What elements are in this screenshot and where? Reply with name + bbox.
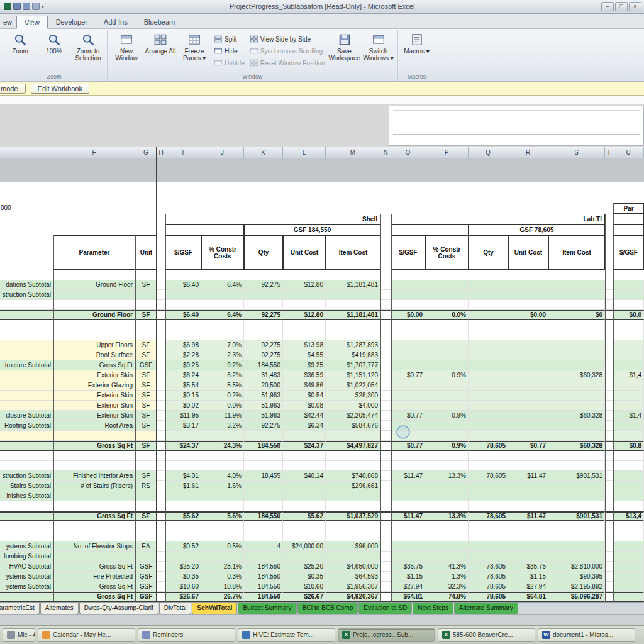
cell[interactable]: $584,676 [326,421,380,431]
header-lab-item-cost[interactable]: Item Cost [548,235,605,270]
cell[interactable] [548,481,605,491]
cell[interactable] [391,340,425,350]
subtotal-label-cell[interactable]: lumbing Subtotal [0,552,53,562]
cell[interactable] [157,411,165,421]
cell[interactable] [605,521,613,531]
cell[interactable]: 6.2% [201,370,244,380]
cell[interactable] [391,401,425,411]
cell[interactable] [605,421,613,431]
cell[interactable]: Upper Floors [53,340,135,350]
cell[interactable] [135,300,157,310]
cell[interactable] [391,290,425,300]
cell[interactable] [613,582,644,592]
cell[interactable] [380,401,391,411]
cell[interactable]: $1,4 [613,370,644,380]
cell[interactable]: $0.0 [613,310,644,320]
cell[interactable] [425,552,469,562]
cell[interactable] [326,501,380,511]
cell[interactable] [605,310,613,320]
cell[interactable] [605,431,613,441]
cell[interactable]: Ground Floor [53,310,135,320]
cell[interactable]: 92,275 [244,280,283,290]
cell[interactable] [380,461,391,471]
cell[interactable]: 11.9% [201,411,244,421]
cell[interactable]: $11.47 [391,511,425,521]
cell[interactable] [508,491,548,501]
cell[interactable] [508,451,548,461]
cell[interactable] [605,501,613,511]
cell[interactable] [326,290,380,300]
cell[interactable] [548,491,605,501]
cell[interactable] [605,511,613,521]
cell[interactable]: $6.40 [165,280,201,290]
cell[interactable]: 51,963 [244,391,283,401]
cell[interactable] [157,471,165,481]
cell[interactable] [425,320,469,330]
cell[interactable] [380,552,391,562]
cell[interactable] [425,350,469,360]
cell[interactable] [425,300,469,310]
subtotal-label-cell[interactable]: closure Subtotal [0,411,53,421]
cell[interactable]: $28,300 [326,391,380,401]
cell[interactable] [380,280,391,290]
cell[interactable] [135,552,157,562]
cell[interactable]: $0.02 [165,401,201,411]
cell[interactable]: $4,497,827 [326,441,380,451]
cell[interactable]: $35.75 [508,562,548,572]
cell[interactable] [425,360,469,370]
cell[interactable]: $3.17 [165,421,201,431]
cell[interactable] [508,370,548,380]
cell[interactable] [469,431,508,441]
split-button[interactable]: Split [212,34,247,44]
cell[interactable] [380,350,391,360]
cell[interactable]: $9.25 [165,360,201,370]
cell[interactable] [548,290,605,300]
cell[interactable] [165,531,201,541]
cell[interactable] [380,562,391,572]
cell[interactable] [508,380,548,391]
cell[interactable] [135,451,157,461]
minimize-button[interactable]: – [601,2,614,11]
cell[interactable] [380,521,391,531]
cell[interactable] [469,421,508,431]
cell[interactable] [613,562,644,572]
cell[interactable]: $1,956,307 [326,582,380,592]
cell[interactable] [508,461,548,471]
cell[interactable] [135,431,157,441]
cell[interactable]: 78,605 [469,592,508,602]
cell[interactable] [391,360,425,370]
cell[interactable] [391,451,425,461]
cell[interactable] [283,501,326,511]
cell[interactable] [157,300,165,310]
cell[interactable] [613,491,644,501]
cell[interactable] [391,501,425,511]
cell[interactable] [425,451,469,461]
cell[interactable]: SF [135,280,157,290]
cell[interactable] [508,280,548,290]
cell[interactable]: 18,455 [244,471,283,481]
column-header-e[interactable] [0,147,53,158]
cell[interactable]: 4.0% [201,471,244,481]
cell[interactable]: 5.6% [201,511,244,521]
cell[interactable] [244,481,283,491]
cell[interactable]: $5,096,287 [548,592,605,602]
cell[interactable] [380,531,391,541]
cell[interactable] [201,531,244,541]
cell[interactable] [157,501,165,511]
cell[interactable] [135,501,157,511]
cell[interactable] [548,380,605,391]
column-header-P[interactable]: P [425,147,469,158]
cell[interactable] [157,290,165,300]
cell[interactable] [165,552,201,562]
maximize-button[interactable]: □ [615,2,628,11]
cell[interactable]: $6.24 [165,370,201,380]
cell[interactable] [605,411,613,421]
cell[interactable] [201,300,244,310]
cell[interactable] [425,401,469,411]
cell[interactable] [425,340,469,350]
cell[interactable] [201,521,244,531]
cell[interactable] [548,320,605,330]
cell[interactable] [326,552,380,562]
cell[interactable] [380,391,391,401]
cell[interactable]: $1,151,120 [326,370,380,380]
